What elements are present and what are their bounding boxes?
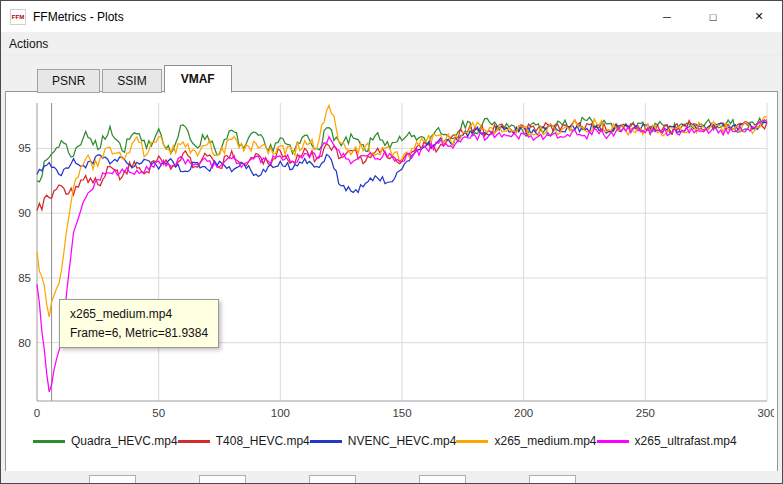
- legend-line-swatch: [597, 440, 629, 443]
- legend-label: x265_ultrafast.mp4: [635, 434, 737, 448]
- partial-control-box: [419, 475, 466, 484]
- tab-control: PSNR SSIM VMAF 8085909505010015020025030…: [1, 56, 782, 481]
- tooltip-series-name: x265_medium.mp4: [70, 305, 208, 324]
- maximize-button[interactable]: □: [690, 1, 736, 32]
- close-button[interactable]: ✕: [736, 1, 782, 32]
- tooltip-frame-metric: Frame=6, Metric=81.9384: [70, 324, 208, 343]
- svg-text:300: 300: [757, 407, 774, 419]
- legend-item[interactable]: NVENC_HEVC.mp4: [310, 434, 457, 448]
- partial-control-box: [199, 475, 246, 484]
- legend-label: T408_HEVC.mp4: [216, 434, 310, 448]
- svg-text:200: 200: [514, 407, 533, 419]
- menu-actions[interactable]: Actions: [1, 37, 56, 51]
- legend-label: Quadra_HEVC.mp4: [71, 434, 178, 448]
- partial-control-box: [309, 475, 356, 484]
- svg-text:250: 250: [636, 407, 655, 419]
- tab-vmaf[interactable]: VMAF: [164, 65, 232, 93]
- ffmetrics-plots-window: FFM FFMetrics - Plots ─ □ ✕ Actions PSNR…: [0, 0, 783, 484]
- partial-control-box: [89, 475, 136, 484]
- svg-text:95: 95: [18, 142, 31, 154]
- svg-text:0: 0: [34, 407, 40, 419]
- tab-psnr[interactable]: PSNR: [37, 69, 100, 93]
- chart-tooltip: x265_medium.mp4 Frame=6, Metric=81.9384: [59, 299, 219, 348]
- svg-text:85: 85: [18, 272, 31, 284]
- legend-item[interactable]: x265_medium.mp4: [456, 434, 596, 448]
- svg-text:80: 80: [18, 337, 31, 349]
- legend-label: x265_medium.mp4: [494, 434, 596, 448]
- partial-control-box: [529, 475, 576, 484]
- svg-text:90: 90: [18, 207, 31, 219]
- window-controls: ─ □ ✕: [644, 1, 782, 32]
- svg-text:150: 150: [392, 407, 411, 419]
- tab-strip: PSNR SSIM VMAF: [37, 64, 778, 92]
- legend-label: NVENC_HEVC.mp4: [348, 434, 457, 448]
- legend-item[interactable]: Quadra_HEVC.mp4: [33, 434, 178, 448]
- legend-line-swatch: [33, 440, 65, 443]
- vmaf-chart[interactable]: 80859095050100150200250300: [9, 95, 774, 427]
- tab-ssim[interactable]: SSIM: [102, 69, 161, 93]
- minimize-button[interactable]: ─: [644, 1, 690, 32]
- legend-item[interactable]: T408_HEVC.mp4: [178, 434, 310, 448]
- chart-area[interactable]: 80859095050100150200250300 x265_medium.m…: [9, 95, 774, 427]
- legend-line-swatch: [456, 440, 488, 443]
- legend-line-swatch: [310, 440, 342, 443]
- legend-line-swatch: [178, 440, 210, 443]
- legend-item[interactable]: x265_ultrafast.mp4: [597, 434, 737, 448]
- svg-text:100: 100: [271, 407, 290, 419]
- menubar: Actions: [1, 32, 782, 56]
- chart-panel: 80859095050100150200250300 x265_medium.m…: [5, 91, 778, 473]
- titlebar[interactable]: FFM FFMetrics - Plots ─ □ ✕: [1, 1, 782, 32]
- window-title: FFMetrics - Plots: [33, 10, 124, 24]
- app-icon: FFM: [10, 9, 26, 25]
- chart-legend: Quadra_HEVC.mp4T408_HEVC.mp4NVENC_HEVC.m…: [9, 429, 774, 453]
- svg-text:50: 50: [152, 407, 165, 419]
- bottom-strip: [1, 471, 782, 483]
- app-icon-text: FFM: [12, 14, 24, 20]
